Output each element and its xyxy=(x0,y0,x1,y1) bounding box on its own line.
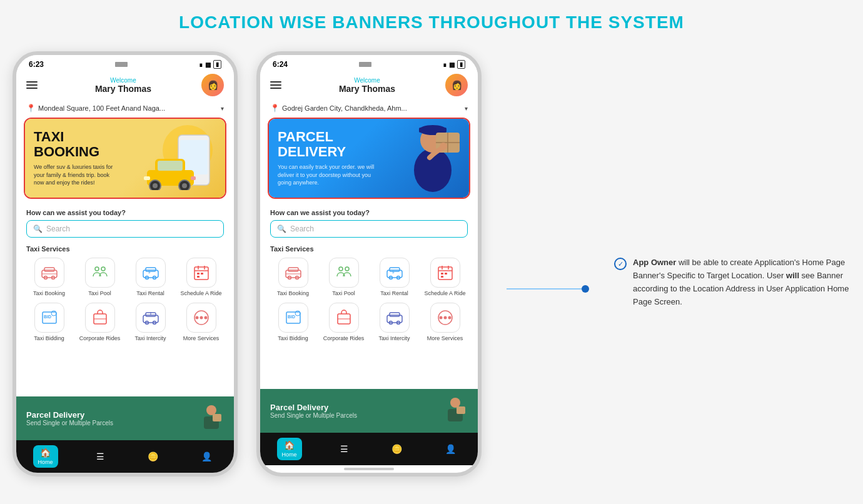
svg-point-6 xyxy=(153,183,158,188)
phone2-service-taxi-booking[interactable]: Taxi Booking xyxy=(270,258,316,298)
phone2-more-icon xyxy=(430,303,460,333)
phone2-schedule-label: Schedule A Ride xyxy=(424,290,465,298)
phone1-nav-wallet[interactable]: 🪙 xyxy=(143,449,163,464)
phone2-service-bidding[interactable]: BID Taxi Bidding xyxy=(270,303,316,343)
phone2-taxi-booking-icon xyxy=(278,258,308,288)
phone2-nav-list[interactable]: ☰ xyxy=(335,441,353,456)
phone1-header: Welcome Mary Thomas 👩 xyxy=(16,71,234,101)
phone1-service-more[interactable]: More Services xyxy=(178,303,224,343)
phone2-corporate-label: Corporate Rides xyxy=(323,335,365,343)
phone2-parcel-figure xyxy=(443,395,468,426)
phone2-nav-wallet[interactable]: 🪙 xyxy=(386,441,407,456)
svg-rect-72 xyxy=(445,273,447,275)
phone1-service-corporate[interactable]: Corporate Rides xyxy=(77,303,123,343)
phone1-service-intercity[interactable]: Taxi Intercity xyxy=(128,303,173,343)
svg-text:BID: BID xyxy=(288,315,295,319)
phone2-taxi-pool-label: Taxi Pool xyxy=(332,290,355,298)
svg-point-32 xyxy=(51,311,56,316)
svg-text:BID: BID xyxy=(44,315,51,319)
phone1-taxi-rental-label: Taxi Rental xyxy=(136,290,164,298)
phone2-service-taxi-rental[interactable]: $ Taxi Rental xyxy=(371,258,417,298)
phone2-nav-profile[interactable]: 👤 xyxy=(440,441,461,456)
phone1-wallet-icon: 🪙 xyxy=(148,451,158,461)
phone-1: 6:23 ∎ ▩ ▮ Welcome Mary Thomas 👩 xyxy=(13,51,238,476)
phone1-taxi-title-line2: BOOKING xyxy=(34,144,115,159)
phone2-location-arrow-icon: ▾ xyxy=(465,105,468,112)
phone1-nav-home-label: Home xyxy=(38,459,53,465)
phone1-more-icon xyxy=(186,303,216,333)
phone1-menu-icon[interactable] xyxy=(26,81,38,89)
phone1-parcel-sub: Send Single or Multiple Parcels xyxy=(26,420,113,426)
phone1-avatar-img: 👩 xyxy=(201,74,224,96)
phone2-parcel-title-line1: PARCEL xyxy=(278,129,378,144)
phone2-bottom-nav: 🏠 Home ☰ 🪙 👤 xyxy=(260,433,478,465)
phone2-parcel-text: PARCEL DELIVERY You can easily track you… xyxy=(278,129,378,187)
phone2-intercity-icon xyxy=(380,303,410,333)
phone2-service-more[interactable]: More Services xyxy=(422,303,468,343)
phone1-nav-profile[interactable]: 👤 xyxy=(196,449,217,464)
phone1-search-text: Search xyxy=(46,224,70,233)
phone2-services-label: Taxi Services xyxy=(270,245,468,253)
phone2-intercity-label: Taxi Intercity xyxy=(378,335,410,343)
phone2-username: Mary Thomas xyxy=(289,84,445,94)
phone2-bidding-icon: BID xyxy=(278,303,308,333)
phone2-wifi-icon: ∎ xyxy=(443,61,447,68)
phone2-parcel-bottom[interactable]: Parcel Delivery Send Single or Multiple … xyxy=(260,389,478,433)
phone2-service-schedule[interactable]: Schedule A Ride xyxy=(422,258,468,298)
svg-rect-4 xyxy=(158,161,183,171)
phone2-avatar: 👩 xyxy=(445,74,468,96)
svg-point-84 xyxy=(443,316,447,319)
phone1-location-bar[interactable]: 📍 Mondeal Square, 100 Feet Anand Naga...… xyxy=(16,101,234,118)
phone1-nav-list[interactable]: ☰ xyxy=(91,449,109,464)
phone2-search-bar[interactable]: 🔍 Search xyxy=(270,220,468,238)
phone1-parcel-bottom[interactable]: Parcel Delivery Send Single or Multiple … xyxy=(16,396,234,440)
phone2-nav-home[interactable]: 🏠 Home xyxy=(277,438,302,460)
phone1-taxi-car-graphic xyxy=(144,134,219,193)
phone2-schedule-icon xyxy=(430,258,460,288)
phone2-signal-icon: ▩ xyxy=(449,61,455,68)
svg-point-8 xyxy=(182,183,187,188)
phone1-location-text: Mondeal Square, 100 Feet Anand Naga... xyxy=(38,104,221,112)
connector-dot xyxy=(582,285,589,293)
phone2-services-grid: Taxi Booking Taxi Pool xyxy=(270,258,468,342)
svg-point-85 xyxy=(448,316,451,319)
phone1-search-bar[interactable]: 🔍 Search xyxy=(26,220,224,238)
phone1-assist-label: How can we assist you today? xyxy=(26,209,224,216)
phone2-wallet-icon: 🪙 xyxy=(391,444,402,454)
phone2-service-taxi-pool[interactable]: Taxi Pool xyxy=(321,258,366,298)
phone1-service-taxi-pool[interactable]: Taxi Pool xyxy=(77,258,123,298)
svg-point-61 xyxy=(345,267,349,271)
phone1-schedule-label: Schedule A Ride xyxy=(180,290,221,298)
phone1-assist-section: How can we assist you today? 🔍 Search xyxy=(16,205,234,240)
svg-point-87 xyxy=(450,398,460,408)
phone1-service-bidding[interactable]: BID Taxi Bidding xyxy=(26,303,72,343)
phone1-service-taxi-booking[interactable]: Taxi Booking xyxy=(26,258,72,298)
svg-rect-19 xyxy=(146,268,156,271)
svg-point-76 xyxy=(295,311,300,316)
info-item: ✓ App Owner will be able to create Appli… xyxy=(614,256,850,308)
phone2-banner: PARCEL DELIVERY You can easily track you… xyxy=(268,118,470,199)
svg-rect-73 xyxy=(441,276,443,278)
phone1-service-taxi-rental[interactable]: $ Taxi Rental xyxy=(128,258,173,298)
svg-point-42 xyxy=(204,316,207,319)
check-mark-icon: ✓ xyxy=(618,260,623,268)
phone1-bottom-nav: 🏠 Home ☰ 🪙 👤 xyxy=(16,440,234,473)
phone2-status-bar: 6:24 ∎ ▩ ▮ xyxy=(260,55,478,71)
phone1-nav-home[interactable]: 🏠 Home xyxy=(33,445,58,468)
phone1-taxi-subtitle: We offer suv & luxuries taxis for your f… xyxy=(34,163,115,187)
phone1-corporate-label: Corporate Rides xyxy=(79,335,121,343)
battery-icon: ▮ xyxy=(213,60,221,69)
phone2-welcome: Welcome xyxy=(289,77,445,84)
phone2-menu-icon[interactable] xyxy=(270,81,281,89)
phone1-service-schedule[interactable]: Schedule A Ride xyxy=(178,258,224,298)
phone2-parcel-banner: PARCEL DELIVERY You can easily track you… xyxy=(269,119,469,198)
phone-2: 6:24 ∎ ▩ ▮ Welcome Mary Thomas 👩 xyxy=(256,51,482,476)
phone2-service-intercity[interactable]: Taxi Intercity xyxy=(371,303,417,343)
phone1-time: 6:23 xyxy=(29,60,44,69)
phone2-service-corporate[interactable]: Corporate Rides xyxy=(321,303,366,343)
phone2-taxi-booking-label: Taxi Booking xyxy=(277,290,309,298)
phone2-location-bar[interactable]: 📍 Godrej Garden City, Chandkheda, Ahm...… xyxy=(260,101,478,118)
phone2-delivery-person xyxy=(401,119,464,198)
phone1-taxi-booking-label: Taxi Booking xyxy=(33,290,65,298)
svg-rect-12 xyxy=(44,268,54,271)
